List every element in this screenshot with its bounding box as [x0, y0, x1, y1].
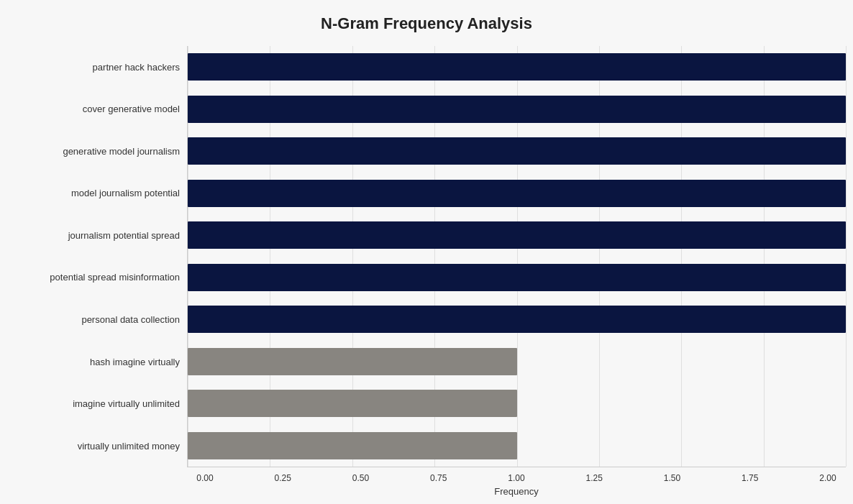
- grid-line-8: [846, 46, 847, 467]
- bar-row-1: [188, 90, 846, 129]
- chart-title: N-Gram Frequency Analysis: [321, 14, 532, 33]
- x-tick-label-4: 1.00: [498, 473, 534, 483]
- bar-2: [188, 137, 846, 165]
- y-label-0: partner hack hackers: [7, 47, 180, 86]
- x-tick-label-6: 1.50: [654, 473, 690, 483]
- x-axis-area: 0.000.250.500.751.001.251.501.752.00 Fre…: [7, 470, 846, 497]
- y-label-9: virtually unlimited money: [7, 427, 180, 466]
- bar-row-5: [188, 258, 846, 297]
- y-label-3: model journalism potential: [7, 174, 180, 213]
- y-label-6: personal data collection: [7, 301, 180, 339]
- bar-row-8: [188, 384, 846, 423]
- bar-7: [188, 348, 517, 375]
- x-axis-ticks: 0.000.250.500.751.001.251.501.752.00 Fre…: [187, 470, 846, 497]
- bar-0: [188, 53, 846, 81]
- y-label-7: hash imagine virtually: [7, 342, 180, 381]
- x-tick-label-8: 2.00: [810, 473, 846, 483]
- y-label-2: generative model journalism: [7, 132, 180, 170]
- bars-and-grid: [187, 46, 846, 467]
- bar-row-9: [188, 426, 846, 465]
- x-tick-label-7: 1.75: [732, 473, 768, 483]
- bar-6: [188, 306, 846, 333]
- bar-row-7: [188, 342, 846, 381]
- y-label-5: potential spread misinformation: [7, 258, 180, 297]
- bar-row-2: [188, 132, 846, 170]
- bar-row-3: [188, 174, 846, 213]
- x-tick-label-2: 0.50: [343, 473, 379, 483]
- bar-row-4: [188, 216, 846, 255]
- bar-9: [188, 432, 517, 459]
- bar-1: [188, 96, 846, 123]
- y-label-1: cover generative model: [7, 90, 180, 129]
- y-label-8: imagine virtually unlimited: [7, 385, 180, 423]
- y-label-4: journalism potential spread: [7, 216, 180, 255]
- bar-4: [188, 221, 846, 249]
- y-axis-labels: partner hack hackerscover generative mod…: [7, 46, 187, 467]
- bar-3: [188, 180, 846, 207]
- chart-area: partner hack hackerscover generative mod…: [7, 46, 846, 497]
- x-axis-title: Frequency: [187, 486, 846, 497]
- bar-5: [188, 264, 846, 291]
- bar-row-0: [188, 47, 846, 86]
- x-tick-label-3: 0.75: [421, 473, 457, 483]
- bar-8: [188, 390, 517, 417]
- x-tick-label-1: 0.25: [265, 473, 301, 483]
- bar-row-6: [188, 300, 846, 339]
- x-tick-label-5: 1.25: [576, 473, 612, 483]
- x-tick-label-0: 0.00: [187, 473, 223, 483]
